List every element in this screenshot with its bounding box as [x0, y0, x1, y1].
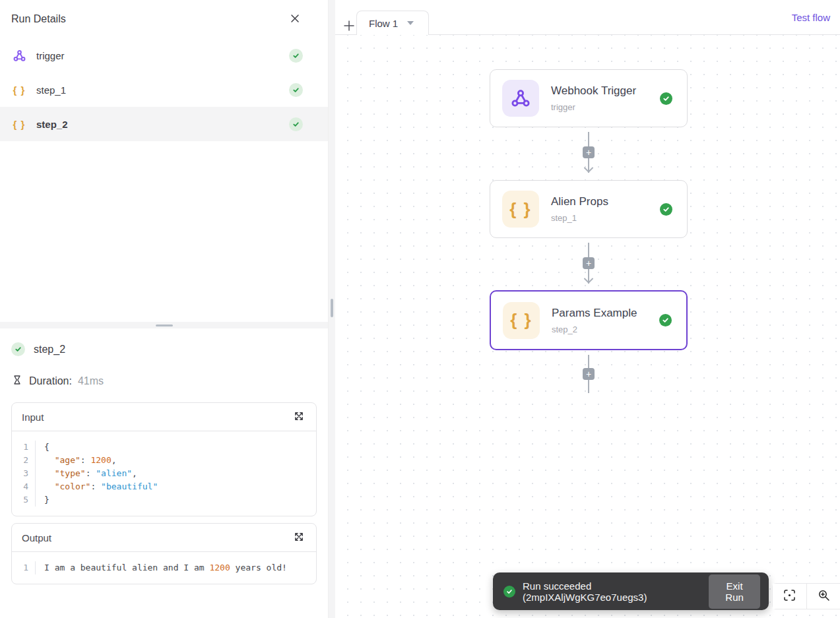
line-number: 4 — [12, 480, 36, 493]
node-alien-props[interactable]: { } Alien Props step_1 — [490, 180, 688, 238]
vertical-resize-handle[interactable] — [329, 0, 335, 618]
success-check-icon — [659, 314, 672, 326]
horizontal-resize-handle[interactable] — [0, 322, 328, 328]
success-check-icon — [11, 342, 25, 356]
node-title: Webhook Trigger — [551, 84, 636, 98]
close-button[interactable] — [287, 11, 303, 28]
node-webhook-trigger[interactable]: Webhook Trigger trigger — [490, 69, 688, 127]
test-flow-button[interactable]: Test flow — [792, 12, 830, 23]
node-params-example[interactable]: { } Params Example step_2 — [490, 290, 688, 350]
expand-input-button[interactable] — [292, 409, 306, 425]
expand-output-button[interactable] — [292, 530, 306, 546]
chevron-down-icon — [407, 21, 414, 25]
success-check-icon — [503, 586, 515, 598]
step-name: step_1 — [36, 84, 66, 96]
plus-icon — [343, 20, 355, 34]
zoom-in-button[interactable] — [806, 584, 840, 609]
expand-icon — [294, 412, 304, 423]
zoom-in-icon — [818, 589, 830, 603]
canvas-view-controls — [772, 583, 840, 609]
webhook-icon — [502, 80, 539, 117]
run-step-row-step-2[interactable]: { } step_2 — [0, 107, 328, 141]
add-step-button[interactable]: + — [583, 257, 595, 269]
fit-view-icon — [783, 589, 796, 603]
braces-icon: { } — [11, 119, 27, 130]
success-check-icon — [289, 117, 303, 131]
output-code-block: 1 I am a beautiful alien and I am 1200 y… — [12, 552, 316, 584]
step-details-header: step_2 — [11, 342, 317, 356]
fit-view-button[interactable] — [773, 584, 806, 609]
expand-icon — [294, 532, 304, 543]
resize-grip — [156, 324, 173, 326]
run-details-header: Run Details — [0, 0, 328, 38]
node-title: Alien Props — [551, 195, 608, 208]
toast-message: Run succeeded (2mpIXAljWgKG7eo7uegs3) — [523, 580, 701, 603]
run-succeeded-toast: Run succeeded (2mpIXAljWgKG7eo7uegs3) Ex… — [493, 572, 769, 610]
add-flow-button[interactable] — [340, 17, 358, 36]
edge-step1-step2: + — [583, 243, 595, 284]
node-title: Params Example — [552, 307, 637, 320]
success-check-icon — [660, 92, 672, 105]
run-step-row-step-1[interactable]: { } step_1 — [0, 73, 328, 107]
run-step-row-trigger[interactable]: trigger — [0, 38, 328, 73]
line-number: 3 — [12, 467, 36, 480]
run-steps-section: Run Details trigger { } step_1 — [0, 0, 328, 322]
tab-flow-1[interactable]: Flow 1 — [356, 11, 429, 35]
panel-title: Run Details — [11, 13, 66, 25]
node-subtitle: step_2 — [552, 324, 637, 334]
canvas-area[interactable]: Webhook Trigger trigger + { } Alien Prop… — [335, 35, 840, 618]
step-name: step_2 — [36, 119, 68, 130]
flow-tab-bar: Flow 1 Test flow — [335, 0, 840, 35]
input-title: Input — [22, 412, 44, 423]
exit-run-button[interactable]: Exit Run — [709, 574, 760, 609]
node-subtitle: step_1 — [551, 213, 608, 223]
code-line: 3 "type": "alien", — [12, 467, 316, 480]
arrow-down-icon — [583, 274, 594, 286]
add-step-button[interactable]: + — [583, 368, 595, 380]
line-number: 1 — [12, 561, 36, 574]
resize-grip — [331, 299, 333, 317]
success-check-icon — [289, 49, 303, 63]
success-check-icon — [660, 203, 672, 216]
arrow-down-icon — [583, 164, 594, 175]
braces-icon: { } — [503, 302, 540, 339]
output-card: Output 1 I am a beautiful alien and I am… — [11, 523, 317, 584]
edge-trigger-step1: + — [583, 132, 595, 173]
input-code-block: 1 { 2 "age": 1200, 3 "type": "alien", 4 … — [12, 431, 316, 516]
add-step-button[interactable]: + — [583, 146, 595, 158]
success-check-icon — [289, 83, 303, 97]
selected-step-name: step_2 — [34, 344, 65, 355]
run-details-panel: Run Details trigger { } step_1 — [0, 0, 329, 618]
code-line: 5 } — [12, 493, 316, 507]
duration-label: Duration: — [29, 375, 72, 387]
step-details-section: step_2 Duration: 41ms Input — [0, 328, 328, 618]
close-icon — [290, 13, 300, 26]
line-number: 2 — [12, 454, 36, 467]
hourglass-icon — [11, 374, 23, 388]
tab-label: Flow 1 — [369, 18, 398, 29]
line-number: 1 — [12, 441, 36, 454]
duration-value: 41ms — [78, 375, 104, 387]
input-card: Input 1 { 2 "age": 1200, — [11, 402, 317, 516]
step-name: trigger — [36, 50, 65, 61]
line-number: 5 — [12, 493, 36, 507]
code-line: 2 "age": 1200, — [12, 454, 316, 467]
braces-icon: { } — [502, 191, 539, 228]
edge-after-step2: + — [583, 355, 595, 393]
output-card-header: Output — [12, 524, 316, 552]
code-line: 1 { — [12, 441, 316, 454]
output-title: Output — [22, 532, 51, 543]
node-subtitle: trigger — [551, 102, 636, 112]
braces-icon: { } — [11, 84, 27, 96]
code-line: 1 I am a beautiful alien and I am 1200 y… — [12, 561, 316, 574]
duration-row: Duration: 41ms — [11, 374, 317, 388]
input-card-header: Input — [12, 403, 316, 431]
code-line: 4 "color": "beautiful" — [12, 480, 316, 493]
webhook-icon — [11, 49, 27, 63]
flow-canvas: Flow 1 Test flow Webhook Trigger trigger — [335, 0, 840, 618]
